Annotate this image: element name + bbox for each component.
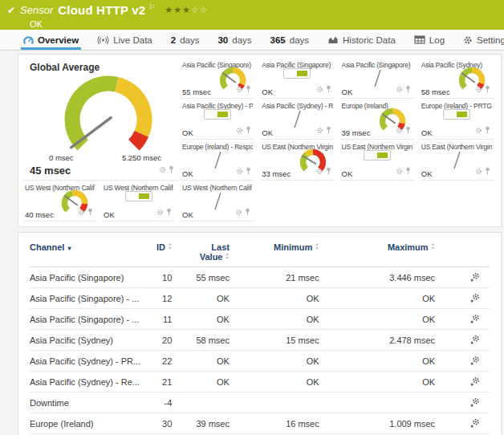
- pin-icon[interactable]: [485, 82, 490, 96]
- gauge-tile-value: OK: [421, 128, 433, 137]
- gauge-scale-min: 0 msec: [49, 153, 74, 162]
- channel-cell: Asia Pacific (Sydney): [30, 330, 144, 351]
- channel-settings-icon[interactable]: [461, 309, 490, 330]
- gear-icon[interactable]: [236, 82, 243, 96]
- column-header-last-value[interactable]: LastValue▲▼: [177, 241, 242, 267]
- gear-icon[interactable]: [316, 123, 323, 137]
- channel-row[interactable]: Europe (Ireland)3039 msec16 msec1.009 ms…: [30, 413, 490, 434]
- gauge-tile-us-west-northern-california[interactable]: US West (Northern California)...OK: [181, 181, 254, 222]
- gear-icon[interactable]: [396, 82, 403, 96]
- id-cell: 11: [144, 309, 177, 330]
- gear-icon[interactable]: [475, 123, 482, 137]
- tab-historic-data[interactable]: Historic Data: [325, 30, 398, 50]
- pin-icon[interactable]: [87, 205, 93, 219]
- gear-icon[interactable]: [316, 82, 323, 96]
- column-header-minimum[interactable]: Minimum▲▼: [242, 241, 350, 267]
- gauge-tile-asia-pacific-sydney-prtg[interactable]: Asia Pacific (Sydney) - PRTG ...OK: [181, 99, 254, 140]
- tab-2-days[interactable]: 2days: [169, 30, 202, 50]
- channel-row[interactable]: Asia Pacific (Sydney)2058 msec15 msec2.4…: [30, 330, 490, 351]
- pin-icon[interactable]: [485, 123, 490, 137]
- pin-icon[interactable]: [326, 123, 331, 137]
- gear-icon[interactable]: [396, 164, 403, 178]
- gauge-tile-europe-ireland-response-c[interactable]: Europe (Ireland) - Response C...OK: [181, 140, 254, 181]
- gauge-value: 45 msec: [30, 165, 71, 177]
- channel-settings-icon[interactable]: [461, 351, 490, 372]
- pin-icon[interactable]: [245, 205, 250, 219]
- tab-settings[interactable]: Settings: [461, 30, 504, 50]
- gear-icon[interactable]: [78, 205, 85, 219]
- gauge-tile-us-west-northern-california[interactable]: US West (Northern California)40 msec: [23, 181, 96, 222]
- channel-settings-icon[interactable]: [461, 267, 490, 288]
- pin-icon[interactable]: [246, 123, 251, 137]
- pin-icon[interactable]: [326, 164, 331, 178]
- gear-icon[interactable]: [396, 123, 403, 137]
- pin-icon[interactable]: [246, 82, 251, 96]
- channel-settings-icon[interactable]: [461, 330, 490, 351]
- channel-row[interactable]: Asia Pacific (Singapore) - ...11OKOKOK: [30, 309, 490, 330]
- gauge-tile-us-east-northern-virginia[interactable]: US East (Northern Virginia) - ...OK: [420, 140, 494, 181]
- channel-row[interactable]: Downtime-4: [30, 392, 490, 413]
- minimum-cell: OK: [242, 372, 350, 392]
- gauge-tile-value: OK: [342, 169, 353, 178]
- tab-live-data[interactable]: Live Data: [95, 30, 155, 50]
- pin-icon[interactable]: [405, 123, 411, 137]
- gauge-tile-asia-pacific-singapore[interactable]: Asia Pacific (Singapore)55 msec: [181, 58, 254, 99]
- id-cell: 12: [144, 288, 177, 309]
- gear-icon[interactable]: [475, 82, 482, 96]
- channel-settings-icon[interactable]: [461, 372, 490, 392]
- pin-icon[interactable]: [405, 82, 411, 96]
- pin-icon[interactable]: [246, 164, 251, 178]
- gauge-grid-right: Asia Pacific (Singapore)55 msecAsia Paci…: [181, 58, 499, 181]
- gauge-tile-value: 55 msec: [182, 87, 211, 96]
- gear-icon[interactable]: [156, 205, 164, 219]
- channel-row[interactable]: Asia Pacific (Sydney) - PR...22OKOKOK: [30, 351, 490, 372]
- sort-icon: ▲▼: [168, 242, 172, 250]
- pin-icon[interactable]: [166, 205, 172, 219]
- gear-icon[interactable]: [236, 123, 243, 137]
- tab-log[interactable]: Log: [412, 30, 447, 50]
- last-value-cell: 58 msec: [177, 330, 242, 351]
- tab-overview[interactable]: Overview: [21, 30, 81, 50]
- flag-icon[interactable]: ⚐: [148, 3, 155, 11]
- column-header-channel[interactable]: Channel▾: [30, 241, 144, 267]
- gear-icon[interactable]: [475, 164, 482, 178]
- gauge-tile-asia-pacific-sydney-respo[interactable]: Asia Pacific (Sydney) - Respo...OK: [260, 99, 334, 140]
- pin-icon[interactable]: [485, 164, 490, 178]
- gauge-tile-europe-ireland[interactable]: Europe (Ireland)39 msec: [340, 99, 414, 140]
- channel-settings-icon[interactable]: [461, 413, 490, 434]
- maximum-cell: 3.446 msec: [350, 267, 461, 288]
- channel-row[interactable]: Asia Pacific (Singapore) - ...12OKOKOK: [30, 288, 490, 309]
- gear-icon[interactable]: [316, 164, 323, 178]
- gear-icon[interactable]: [159, 162, 166, 177]
- pin-icon[interactable]: [169, 162, 174, 177]
- column-header-id[interactable]: ID▲▼: [144, 241, 177, 267]
- priority-stars[interactable]: ★★★☆☆: [165, 5, 208, 15]
- column-header-maximum[interactable]: Maximum▲▼: [350, 241, 461, 267]
- gear-icon[interactable]: [235, 205, 242, 219]
- last-value-cell: 55 msec: [177, 267, 242, 288]
- channel-cell: Asia Pacific (Sydney) - PR...: [30, 351, 144, 372]
- pin-icon[interactable]: [326, 82, 331, 96]
- gauge-tile-asia-pacific-singapore-pr[interactable]: Asia Pacific (Singapore) - PR...OK: [260, 58, 334, 99]
- channel-row[interactable]: Asia Pacific (Sydney) - Re...21OKOKOK: [30, 372, 490, 392]
- gauge-tile-asia-pacific-sydney[interactable]: Asia Pacific (Sydney)58 msec: [420, 58, 494, 99]
- pin-icon[interactable]: [405, 164, 411, 178]
- gauge-tile-europe-ireland-prtg-cloud[interactable]: Europe (Ireland) - PRTG Cloud...OK: [420, 99, 494, 140]
- tab-30-days[interactable]: 30days: [215, 30, 254, 50]
- tab-number: 2: [171, 35, 176, 45]
- gauge-tile-asia-pacific-singapore-res[interactable]: Asia Pacific (Singapore) - Res...OK: [340, 58, 414, 99]
- settings-gear-icon: [463, 35, 473, 45]
- channel-settings-icon[interactable]: [461, 288, 490, 309]
- id-cell: 20: [144, 330, 177, 351]
- tab-label: days: [290, 35, 309, 45]
- gauge-tile-us-east-northern-virginia[interactable]: US East (Northern Virginia) - ...OK: [340, 140, 414, 181]
- global-average-tile[interactable]: Global Average 0 msec 5.250 msec 45 msec: [23, 58, 179, 181]
- id-cell: -4: [144, 392, 177, 413]
- channel-settings-icon[interactable]: [461, 392, 490, 413]
- tab-365-days[interactable]: 365days: [268, 30, 311, 50]
- channel-row[interactable]: Asia Pacific (Singapore)1055 msec21 msec…: [30, 267, 490, 288]
- gauge-tile-us-east-northern-virginia[interactable]: US East (Northern Virginia)33 msec: [260, 140, 334, 181]
- gear-icon[interactable]: [236, 164, 243, 178]
- tab-label: Log: [429, 35, 445, 45]
- gauge-tile-us-west-northern-california[interactable]: US West (Northern California)...OK: [102, 181, 175, 222]
